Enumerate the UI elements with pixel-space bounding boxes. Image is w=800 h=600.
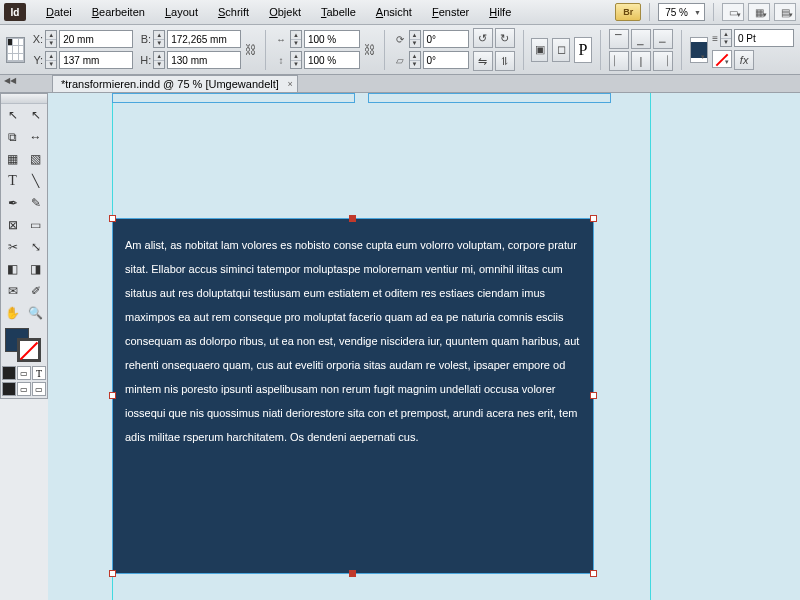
bridge-button[interactable]: Br (615, 3, 641, 21)
gap-tool[interactable]: ↔ (24, 126, 47, 148)
handle-bottom[interactable] (349, 570, 356, 577)
handle-right[interactable] (590, 392, 597, 399)
fill-swatch[interactable] (690, 37, 709, 63)
free-transform-tool[interactable]: ⤡ (24, 236, 47, 258)
stroke-weight-input[interactable]: 0 Pt (734, 29, 794, 47)
h-stepper[interactable]: ▲▼ (153, 51, 165, 69)
align-2[interactable]: ⎯ (631, 29, 651, 49)
document-tab-title: *transformieren.indd @ 75 % [Umgewandelt… (61, 78, 279, 90)
workspace-icon[interactable]: ▤ (774, 3, 796, 21)
menu-fenster[interactable]: Fenster (422, 6, 479, 18)
handle-bottom-left[interactable] (109, 570, 116, 577)
stroke-swatch[interactable] (712, 50, 732, 68)
w-input[interactable]: 172,265 mm (167, 30, 241, 48)
apply-color-button[interactable] (2, 366, 16, 380)
document-tab[interactable]: *transformieren.indd @ 75 % [Umgewandelt… (52, 75, 298, 92)
scale-y-input[interactable]: 100 % (304, 51, 360, 69)
apply-gradient-button[interactable]: ▭ (17, 366, 31, 380)
rotate-cw-button[interactable]: ↻ (495, 28, 515, 48)
gradient-swatch-tool[interactable]: ◧ (1, 258, 24, 280)
sx-stepper[interactable]: ▲▼ (290, 30, 302, 48)
menu-ansicht[interactable]: Ansicht (366, 6, 422, 18)
fill-stroke-proxy[interactable] (1, 326, 47, 364)
handle-left[interactable] (109, 392, 116, 399)
guide-v-right[interactable] (650, 93, 651, 600)
menu-datei[interactable]: Datei (36, 6, 82, 18)
handle-bottom-right[interactable] (590, 570, 597, 577)
panel-collapse-marker[interactable]: ◀◀ (4, 76, 16, 85)
toolbox: ↖ ↖ ⧉ ↔ ▦ ▧ T ╲ ✒ ✎ ⊠ ▭ ✂ ⤡ ◧ ◨ ✉ ✐ ✋ 🔍 … (0, 93, 48, 399)
page-tool[interactable]: ⧉ (1, 126, 24, 148)
select-content-button[interactable]: ◻ (552, 38, 569, 62)
select-container-button[interactable]: ▣ (531, 38, 548, 62)
note-tool[interactable]: ✉ (1, 280, 24, 302)
top-frame-1[interactable] (112, 93, 355, 103)
top-frame-2[interactable] (368, 93, 611, 103)
handle-top[interactable] (349, 215, 356, 222)
align-5[interactable]: | (631, 51, 651, 71)
label-h: H: (137, 54, 151, 66)
reference-point-grid[interactable] (6, 37, 25, 63)
y-stepper[interactable]: ▲▼ (45, 51, 57, 69)
type-tool[interactable]: T (1, 170, 24, 192)
align-1[interactable]: ⎺ (609, 29, 629, 49)
direct-selection-tool[interactable]: ↖ (24, 104, 47, 126)
mode-btn-1[interactable] (2, 382, 16, 396)
pen-tool[interactable]: ✒ (1, 192, 24, 214)
tab-close-icon[interactable]: × (288, 79, 293, 89)
stroke-proxy[interactable] (17, 338, 41, 362)
text-frame-content[interactable]: Am alist, as nobitat lam volores es nobi… (113, 219, 593, 573)
stroke-stepper[interactable]: ▲▼ (720, 29, 732, 47)
scissors-tool[interactable]: ✂ (1, 236, 24, 258)
menu-tabelle[interactable]: Tabelle (311, 6, 366, 18)
zoom-tool[interactable]: 🔍 (24, 302, 47, 324)
pencil-tool[interactable]: ✎ (24, 192, 47, 214)
hand-tool[interactable]: ✋ (1, 302, 24, 324)
shear-stepper[interactable]: ▲▼ (409, 51, 421, 69)
x-input[interactable]: 20 mm (59, 30, 133, 48)
menu-objekt[interactable]: Objekt (259, 6, 311, 18)
menu-hilfe[interactable]: Hilfe (479, 6, 521, 18)
w-stepper[interactable]: ▲▼ (153, 30, 165, 48)
toolbox-grip[interactable] (1, 94, 47, 104)
constrain-scale-icon[interactable]: ⛓ (364, 33, 376, 67)
handle-top-left[interactable] (109, 215, 116, 222)
flip-h-button[interactable]: ⇋ (473, 51, 493, 71)
control-bar: X:▲▼20 mm Y:▲▼137 mm B:▲▼172,265 mm H:▲▼… (0, 25, 800, 75)
rectangle-frame-tool[interactable]: ⊠ (1, 214, 24, 236)
selected-text-frame[interactable]: Am alist, as nobitat lam volores es nobi… (112, 218, 594, 574)
align-4[interactable]: ⎸ (609, 51, 629, 71)
rotate-ccw-button[interactable]: ↺ (473, 28, 493, 48)
constrain-wh-icon[interactable]: ⛓ (245, 33, 257, 67)
h-input[interactable]: 130 mm (167, 51, 241, 69)
menu-layout[interactable]: Layout (155, 6, 208, 18)
arrange-docs-icon[interactable]: ▦ (748, 3, 770, 21)
screen-mode-icon[interactable]: ▭ (722, 3, 744, 21)
mode-btn-2[interactable]: ▭ (17, 382, 31, 396)
content-placer-tool[interactable]: ▧ (24, 148, 47, 170)
handle-top-right[interactable] (590, 215, 597, 222)
sy-stepper[interactable]: ▲▼ (290, 51, 302, 69)
line-tool[interactable]: ╲ (24, 170, 47, 192)
align-3[interactable]: ⎽ (653, 29, 673, 49)
selection-tool[interactable]: ↖ (1, 104, 24, 126)
y-input[interactable]: 137 mm (59, 51, 133, 69)
rectangle-tool[interactable]: ▭ (24, 214, 47, 236)
shear-input[interactable]: 0° (423, 51, 469, 69)
zoom-selector[interactable]: 75 % (658, 3, 705, 21)
canvas-area[interactable]: Am alist, as nobitat lam volores es nobi… (48, 93, 800, 600)
gradient-feather-tool[interactable]: ◨ (24, 258, 47, 280)
fx-button[interactable]: fx (734, 50, 754, 70)
align-6[interactable]: ⎹ (653, 51, 673, 71)
mode-btn-3[interactable]: ▭ (32, 382, 46, 396)
flip-v-button[interactable]: ⥮ (495, 51, 515, 71)
scale-x-input[interactable]: 100 % (304, 30, 360, 48)
content-collector-tool[interactable]: ▦ (1, 148, 24, 170)
menu-bearbeiten[interactable]: Bearbeiten (82, 6, 155, 18)
rot-stepper[interactable]: ▲▼ (409, 30, 421, 48)
rotation-input[interactable]: 0° (423, 30, 469, 48)
menu-schrift[interactable]: Schrift (208, 6, 259, 18)
apply-none-button[interactable]: T (32, 366, 46, 380)
x-stepper[interactable]: ▲▼ (45, 30, 57, 48)
eyedropper-tool[interactable]: ✐ (24, 280, 47, 302)
